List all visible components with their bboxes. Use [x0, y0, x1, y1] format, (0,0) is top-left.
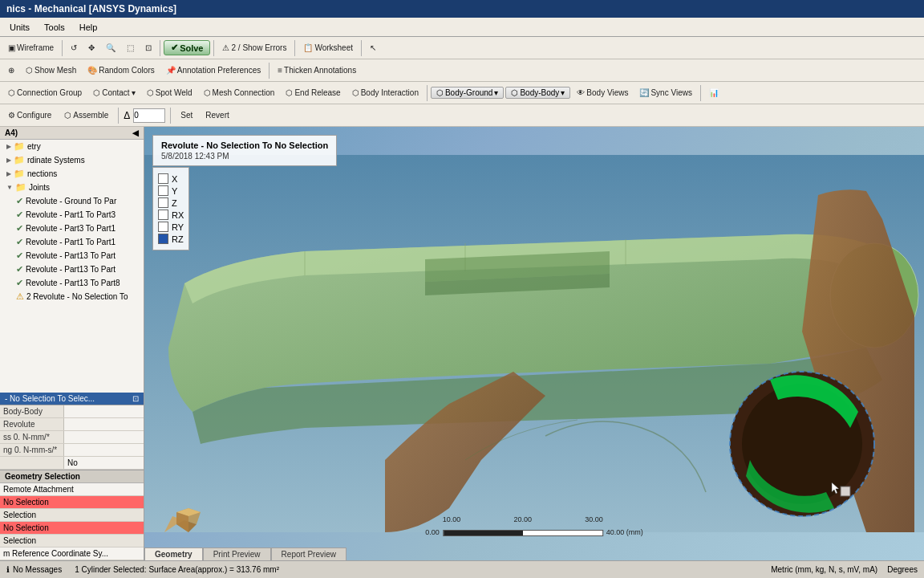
tree-item-rev8[interactable]: ⚠ 2 Revolute - No Selection To: [0, 290, 144, 303]
selected-item-close[interactable]: ⊡: [132, 394, 139, 403]
metric-text: Metric (mm, kg, N, s, mV, mA): [771, 565, 877, 574]
geom-row-sel2[interactable]: Selection: [0, 535, 144, 547]
prop-row-1: Body-Body: [0, 405, 144, 418]
revert-btn[interactable]: Revert: [201, 108, 233, 122]
coord-icon: 📁: [14, 155, 25, 165]
title-bar: nics - Mechanical [ANSYS Dynamics]: [0, 0, 924, 18]
spot-weld-icon: ⬡: [147, 88, 154, 97]
tree-item-connections[interactable]: ▶ 📁 nections: [0, 167, 144, 181]
tree-item-joints[interactable]: ▼ 📁 Joints: [0, 181, 144, 194]
dof-y: Y: [158, 185, 184, 197]
triad-btn[interactable]: ⊕: [3, 63, 19, 77]
thicken-btn[interactable]: ≡ Thicken Annotations: [273, 63, 361, 77]
export-icon: 📊: [709, 88, 719, 97]
geom-row-ref[interactable]: m Reference Coordinate Sy...: [0, 547, 144, 560]
export-btn[interactable]: 📊: [704, 86, 723, 100]
geom-row-nosel2[interactable]: No Selection: [0, 522, 144, 535]
rotate-btn[interactable]: ↺: [66, 41, 82, 55]
show-mesh-btn[interactable]: ⬡ Show Mesh: [21, 63, 81, 77]
status-bar: ℹ No Messages 1 Cylinder Selected: Surfa…: [0, 560, 924, 578]
zoom-box-icon: ⬚: [127, 43, 134, 52]
thicken-icon: ≡: [278, 66, 282, 75]
mesh-connection-btn[interactable]: ⬡ Mesh Connection: [199, 86, 280, 100]
menu-help[interactable]: Help: [73, 21, 104, 34]
fit-btn[interactable]: ⊡: [140, 41, 156, 55]
end-release-btn[interactable]: ⬡ End Release: [281, 86, 345, 100]
dof-rz-checkbox[interactable]: [158, 234, 168, 244]
body-ground-btn[interactable]: ⬡ Body-Ground ▾: [431, 87, 504, 99]
geom-row-remote[interactable]: Remote Attachment: [0, 483, 144, 496]
sidebar: A4) ◀ ▶ 📁 etry ▶ 📁 rdinate Systems ▶ 📁 n…: [0, 127, 144, 560]
revolute-title: Revolute - No Selection To No Selection: [161, 140, 328, 150]
dof-x: X: [158, 173, 184, 185]
cursor-icon: ↖: [370, 43, 376, 52]
body-interaction-btn[interactable]: ⬡ Body Interaction: [347, 86, 424, 100]
expand-arrow: ▶: [6, 143, 11, 150]
dof-rx-checkbox[interactable]: [158, 210, 168, 220]
tab-report-preview[interactable]: Report Preview: [271, 547, 346, 560]
tree-item-rev7[interactable]: ✔ Revolute - Part13 To Part8: [0, 276, 144, 290]
geom-row-sel1[interactable]: Selection: [0, 509, 144, 522]
tree-item-rev6[interactable]: ✔ Revolute - Part13 To Part: [0, 263, 144, 276]
dof-y-checkbox[interactable]: [158, 185, 168, 196]
menu-tools[interactable]: Tools: [38, 21, 71, 34]
toolbar-row-2: ⊕ ⬡ Show Mesh 🎨 Random Colors 📌 Annotati…: [0, 59, 924, 82]
prop-row-5: No: [0, 457, 144, 470]
prop-row-4: ng 0. N-mm-s/*: [0, 444, 144, 457]
show-errors-btn[interactable]: ⚠ 2 / Show Errors: [217, 41, 291, 55]
dof-z-checkbox[interactable]: [158, 197, 168, 208]
menu-units[interactable]: Units: [3, 21, 36, 34]
tree-item-rev3[interactable]: ✔ Revolute - Part3 To Part1: [0, 222, 144, 235]
assemble-btn[interactable]: ⬡ Assemble: [59, 108, 113, 122]
zoom-box-btn[interactable]: ⬚: [122, 41, 139, 55]
spot-weld-btn[interactable]: ⬡ Spot Weld: [142, 86, 197, 100]
configure-btn[interactable]: ⚙ Configure: [3, 108, 56, 122]
sep10: [170, 108, 171, 124]
tab-geometry[interactable]: Geometry: [144, 547, 203, 560]
annotation-pref-btn[interactable]: 📌 Annotation Preferences: [161, 63, 266, 77]
tree-item-rev1[interactable]: ✔ Revolute - Ground To Par: [0, 194, 144, 208]
solve-btn[interactable]: ✔ Solve: [164, 40, 210, 55]
toolbar-row-1: ▣ Wireframe ↺ ✥ 🔍 ⬚ ⊡ ✔ Solve ⚠ 2 / Show…: [0, 37, 924, 59]
connection-group-btn[interactable]: ⬡ Connection Group: [3, 86, 87, 100]
sidebar-scroll[interactable]: ▶ 📁 etry ▶ 📁 rdinate Systems ▶ 📁 nection…: [0, 140, 144, 393]
contact-btn[interactable]: ⬡ Contact ▾: [88, 86, 140, 100]
rev2-check-icon: ✔: [16, 210, 23, 220]
status-selection: 1 Cylinder Selected: Surface Area(approx…: [75, 565, 279, 574]
worksheet-icon: 📋: [303, 43, 313, 52]
delta-input[interactable]: [133, 108, 165, 123]
rev7-check-icon: ✔: [16, 278, 23, 288]
zoom-btn[interactable]: 🔍: [101, 41, 120, 55]
tree-item-coord[interactable]: ▶ 📁 rdinate Systems: [0, 153, 144, 167]
cursor-btn[interactable]: ↖: [365, 41, 381, 55]
prop-row-3: ss 0. N-mm/*: [0, 431, 144, 444]
tree-item-geometry[interactable]: ▶ 📁 etry: [0, 140, 144, 153]
dof-x-checkbox[interactable]: [158, 173, 168, 184]
geom-row-nosel1[interactable]: No Selection: [0, 496, 144, 509]
mesh-icon: ⬡: [26, 66, 33, 75]
dof-rz: RZ: [158, 233, 184, 245]
rev5-check-icon: ✔: [16, 250, 23, 261]
triad: [160, 488, 209, 536]
pan-btn[interactable]: ✥: [83, 41, 99, 55]
expand-arrow-joints: ▼: [6, 184, 13, 191]
conn-group-icon: ⬡: [8, 88, 15, 97]
tree-item-rev5[interactable]: ✔ Revolute - Part13 To Part: [0, 249, 144, 263]
dof-ry-checkbox[interactable]: [158, 222, 168, 232]
fit-icon: ⊡: [145, 43, 152, 52]
body-views-btn[interactable]: 👁 Body Views: [572, 86, 633, 100]
collapse-icon[interactable]: ◀: [132, 128, 139, 137]
sync-views-btn[interactable]: 🔄 Sync Views: [634, 86, 697, 100]
viewport[interactable]: Revolute - No Selection To No Selection …: [144, 127, 924, 560]
tree-item-rev2[interactable]: ✔ Revolute - Part1 To Part3: [0, 208, 144, 222]
no-messages-text: No Messages: [13, 565, 62, 574]
tab-print-preview[interactable]: Print Preview: [203, 547, 271, 560]
worksheet-btn[interactable]: 📋 Worksheet: [298, 41, 358, 55]
random-colors-btn[interactable]: 🎨 Random Colors: [83, 63, 159, 77]
body-body-btn[interactable]: ⬡ Body-Body ▾: [505, 87, 570, 99]
dof-rx: RX: [158, 209, 184, 221]
tree-item-rev4[interactable]: ✔ Revolute - Part1 To Part1: [0, 235, 144, 249]
sidebar-title: A4): [5, 128, 18, 137]
wireframe-btn[interactable]: ▣ Wireframe: [3, 41, 59, 55]
set-btn[interactable]: Set: [176, 108, 197, 122]
